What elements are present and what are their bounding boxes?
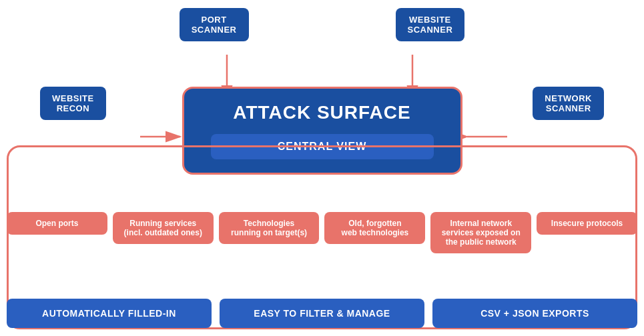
bottom-tags-row: Open ports Running services(incl. outdat… bbox=[7, 212, 637, 253]
bottom-actions-row: AUTOMATICALLY FILLED-IN EASY TO FILTER &… bbox=[7, 299, 637, 328]
website-recon-box: WEBSITERECON bbox=[40, 87, 106, 120]
tag-open-ports: Open ports bbox=[7, 212, 107, 235]
action-csv-json-label: CSV + JSON EXPORTS bbox=[480, 308, 589, 319]
tag-insecure-protocols: Insecure protocols bbox=[537, 212, 637, 235]
action-auto-filled: AUTOMATICALLY FILLED-IN bbox=[7, 299, 212, 328]
port-scanner-label: PORTSCANNER bbox=[192, 15, 237, 35]
middle-row: WEBSITERECON ATTACK SURFACE CENTRAL VIEW… bbox=[0, 87, 644, 175]
tag-running-services: Running services(incl. outdated ones) bbox=[113, 212, 214, 244]
action-csv-json: CSV + JSON EXPORTS bbox=[432, 299, 637, 328]
central-view-box: CENTRAL VIEW bbox=[211, 134, 434, 159]
port-scanner-box: PORTSCANNER bbox=[180, 8, 249, 41]
website-scanner-label: WEBSITESCANNER bbox=[408, 15, 453, 35]
network-scanner-label: NETWORKSCANNER bbox=[545, 93, 592, 113]
tag-technologies: Technologiesrunning on target(s) bbox=[219, 212, 320, 244]
central-view-label: CENTRAL VIEW bbox=[278, 141, 366, 152]
action-filter-manage: EASY TO FILTER & MANAGE bbox=[220, 299, 424, 328]
diagram-container: PORTSCANNER WEBSITESCANNER WEBSITERECON … bbox=[0, 0, 644, 336]
attack-surface-container: ATTACK SURFACE CENTRAL VIEW bbox=[182, 87, 462, 175]
action-auto-filled-label: AUTOMATICALLY FILLED-IN bbox=[42, 308, 176, 319]
top-row: PORTSCANNER WEBSITESCANNER bbox=[0, 8, 644, 41]
website-scanner-box: WEBSITESCANNER bbox=[396, 8, 465, 41]
website-recon-label: WEBSITERECON bbox=[52, 93, 94, 113]
attack-surface-title: ATTACK SURFACE bbox=[211, 102, 434, 123]
network-scanner-box: NETWORKSCANNER bbox=[533, 87, 604, 120]
tag-old-web: Old, forgottenweb technologies bbox=[324, 212, 425, 244]
tag-internal-network: Internal network services exposed on the… bbox=[430, 212, 531, 253]
action-filter-manage-label: EASY TO FILTER & MANAGE bbox=[254, 308, 390, 319]
